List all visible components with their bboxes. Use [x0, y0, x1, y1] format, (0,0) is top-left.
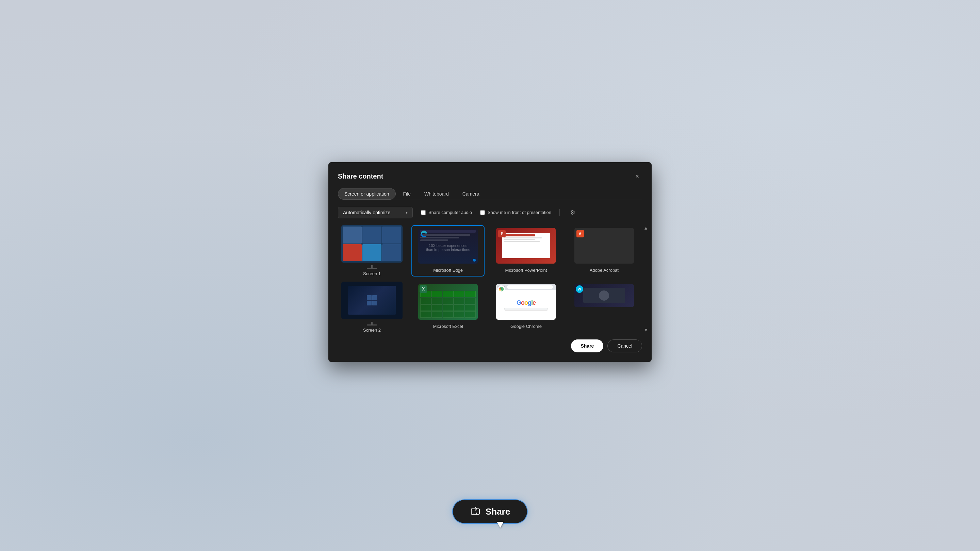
- share-audio-checkbox[interactable]: Share computer audio: [421, 210, 472, 215]
- screens-column: Screen 1: [338, 225, 406, 333]
- app-item-chrome[interactable]: Google Google Chrome: [489, 281, 563, 333]
- app-item-acrobat[interactable]: A Adobe Acrobat: [568, 225, 641, 276]
- ppt-preview: P: [496, 228, 556, 264]
- optimize-dropdown[interactable]: Automatically optimize ▾: [338, 207, 413, 218]
- dialog-title: Share content: [338, 172, 383, 180]
- app-item-powerpoint[interactable]: P Microsoft PowerPoint: [489, 225, 563, 276]
- screen1-preview: [341, 225, 402, 263]
- monitor-base2: [367, 324, 377, 326]
- windows-logo-icon: [367, 295, 377, 305]
- mouse-cursor: [497, 522, 504, 528]
- screen1-item[interactable]: Screen 1: [338, 225, 406, 276]
- close-button[interactable]: ×: [633, 172, 642, 181]
- chrome-app-label: Google Chrome: [511, 324, 542, 329]
- content-grid: Screen 1: [338, 225, 642, 333]
- webex-app-icon: W: [576, 285, 583, 293]
- tab-bar: Screen or application File Whiteboard Ca…: [338, 188, 642, 200]
- webex-preview: W: [574, 284, 634, 307]
- tab-whiteboard[interactable]: Whiteboard: [418, 188, 455, 200]
- chrome-toolbar: [496, 284, 556, 290]
- app-item-webex[interactable]: W: [568, 281, 641, 312]
- bottom-share-bar[interactable]: Share: [452, 499, 528, 524]
- cancel-button[interactable]: Cancel: [608, 340, 642, 353]
- close-icon: ×: [636, 173, 640, 180]
- tab-file[interactable]: File: [397, 188, 417, 200]
- acrobat-app-label: Adobe Acrobat: [590, 268, 619, 273]
- app-item-edge[interactable]: 10X better experiencesthan in-person int…: [411, 225, 485, 276]
- acrobat-app-icon: A: [576, 230, 584, 237]
- excel-preview: X: [418, 284, 478, 320]
- dialog-header: Share content ×: [338, 172, 642, 181]
- share-screen-icon: [470, 506, 481, 517]
- edge-preview: 10X better experiencesthan in-person int…: [418, 228, 478, 264]
- ppt-app-label: Microsoft PowerPoint: [505, 268, 547, 273]
- bottom-share-label: Share: [485, 507, 510, 517]
- share-content-dialog: Share content × Screen or application Fi…: [328, 162, 652, 362]
- powerpoint-app-icon: P: [498, 230, 506, 237]
- svg-rect-1: [471, 509, 479, 514]
- excel-app-icon: X: [420, 285, 427, 293]
- settings-button[interactable]: ⚙: [568, 208, 578, 218]
- screen2-label: Screen 2: [363, 327, 381, 333]
- apps-grid: 10X better experiencesthan in-person int…: [411, 225, 642, 333]
- share-button[interactable]: Share: [571, 340, 603, 353]
- edge-dot-indicator: [473, 259, 476, 262]
- screen2-item[interactable]: Screen 2: [338, 282, 406, 333]
- gear-icon: ⚙: [570, 209, 576, 216]
- monitor-stand: [371, 265, 372, 268]
- tab-screen-or-application[interactable]: Screen or application: [338, 188, 396, 200]
- scroll-up-arrow[interactable]: ▲: [643, 225, 648, 230]
- edge-app-label: Microsoft Edge: [433, 268, 463, 273]
- dropdown-arrow-icon: ▾: [406, 210, 408, 215]
- google-logo: Google: [517, 299, 536, 306]
- chrome-preview: Google: [496, 284, 556, 320]
- monitor-stand2: [371, 322, 372, 324]
- options-row: Automatically optimize ▾ Share computer …: [338, 207, 642, 218]
- dialog-footer: Share Cancel: [338, 340, 642, 353]
- share-audio-input[interactable]: [421, 210, 426, 215]
- scrollbar-arrows: ▲ ▼: [643, 225, 648, 333]
- monitor-base: [367, 268, 377, 269]
- scroll-down-arrow[interactable]: ▼: [643, 327, 648, 333]
- edge-app-icon: [420, 230, 428, 237]
- tab-camera[interactable]: Camera: [456, 188, 485, 200]
- excel-app-label: Microsoft Excel: [433, 324, 463, 329]
- screen2-preview: [341, 282, 402, 319]
- screen1-label: Screen 1: [363, 271, 381, 276]
- show-in-front-checkbox[interactable]: Show me in front of presentation: [480, 210, 551, 215]
- options-divider: [559, 209, 560, 216]
- app-item-excel[interactable]: X Microsoft Excel: [411, 281, 485, 333]
- show-in-front-input[interactable]: [480, 210, 485, 215]
- acrobat-preview: A: [574, 228, 634, 264]
- chrome-app-icon: [498, 285, 505, 293]
